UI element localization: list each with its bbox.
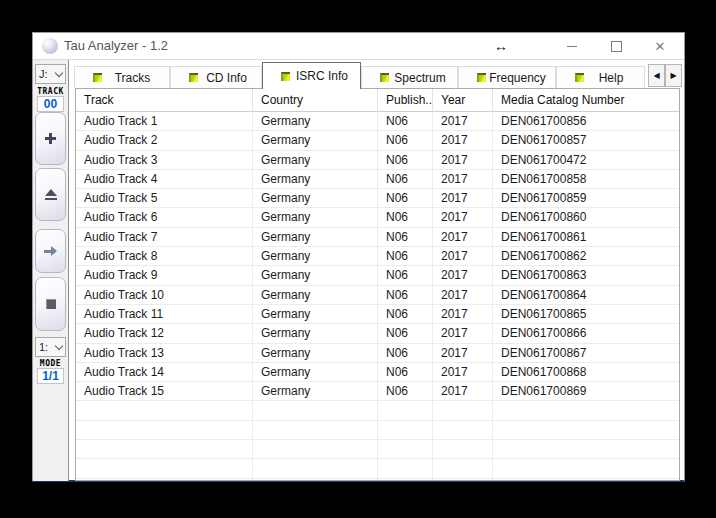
stop-button[interactable] [35,277,66,331]
table-cell-empty [253,421,378,440]
tab-cd-info[interactable]: CD Info [170,66,262,88]
table-row[interactable]: Audio Track 7GermanyN062017DEN061700861 [76,228,679,247]
table-cell: 2017 [433,208,493,227]
table-cell: N06 [378,305,433,324]
table-cell-empty [433,440,493,459]
column-header-year[interactable]: Year [433,89,493,112]
column-header-track[interactable]: Track [76,89,253,112]
tab-label: ISRC Info [290,69,360,83]
table-cell: N06 [378,151,433,170]
table-row[interactable]: Audio Track 3GermanyN062017DEN061700472 [76,151,679,170]
window-title: Tau Analyzer - 1.2 [64,33,168,59]
table-header-row: TrackCountryPublish...YearMedia Catalog … [76,89,679,112]
table-cell: N06 [378,228,433,247]
table-cell: 2017 [433,363,493,382]
tab-flag-icon [281,72,290,81]
table-row-empty [76,401,679,420]
table-row[interactable]: Audio Track 12GermanyN062017DEN061700866 [76,324,679,343]
mode-label: MODE [33,359,68,368]
column-header-publish-[interactable]: Publish... [378,89,433,112]
table-cell: 2017 [433,112,493,131]
close-button[interactable]: ✕ [638,33,682,59]
table-cell: 2017 [433,266,493,285]
table-cell-empty [433,421,493,440]
table-cell-empty [253,440,378,459]
table-cell-empty [493,459,679,478]
track-label: TRACK [33,87,68,96]
table-cell: DEN061700859 [493,189,679,208]
tab-help[interactable]: Help [556,66,645,88]
tab-isrc-info[interactable]: ISRC Info [262,62,361,89]
table-row[interactable]: Audio Track 4GermanyN062017DEN061700858 [76,170,679,189]
table-row[interactable]: Audio Track 9GermanyN062017DEN061700863 [76,266,679,285]
table-cell: DEN061700861 [493,228,679,247]
drive-select-combo[interactable]: J: [35,64,66,84]
table-cell: DEN061700868 [493,363,679,382]
eject-button[interactable] [35,168,66,221]
table-row[interactable]: Audio Track 14GermanyN062017DEN061700868 [76,363,679,382]
table-row[interactable]: Audio Track 5GermanyN062017DEN061700859 [76,189,679,208]
column-header-media-catalog-number[interactable]: Media Catalog Number [493,89,679,112]
tab-scroll-right-button[interactable]: ▶ [665,64,682,87]
table-cell: DEN061700864 [493,286,679,305]
table-cell: Audio Track 3 [76,151,253,170]
table-cell-empty [493,401,679,420]
table-cell: 2017 [433,286,493,305]
minimize-icon [567,46,577,47]
table-cell: DEN061700865 [493,305,679,324]
table-row[interactable]: Audio Track 8GermanyN062017DEN061700862 [76,247,679,266]
table-row-empty [76,479,679,481]
table-row[interactable]: Audio Track 10GermanyN062017DEN061700864 [76,286,679,305]
drive-select-value: J: [39,68,48,80]
mode-value: 1/1 [37,368,64,384]
table-cell: Audio Track 6 [76,208,253,227]
table-cell-empty [433,459,493,478]
table-cell: DEN061700472 [493,151,679,170]
table-row-empty [76,421,679,440]
maximize-button[interactable] [594,33,638,59]
table-cell: Audio Track 1 [76,112,253,131]
stop-icon [46,299,56,309]
tab-label: CD Info [198,71,261,85]
table-cell-empty [493,421,679,440]
tab-scroll-left-button[interactable]: ◀ [648,64,665,87]
next-track-button[interactable] [35,229,66,273]
plus-icon [44,132,57,145]
table-cell: 2017 [433,170,493,189]
tab-bar: TracksCD InfoISRC InfoSpectrumFrequencyH… [74,62,682,88]
chevron-down-icon [55,68,63,76]
table-cell: DEN061700867 [493,344,679,363]
table-row[interactable]: Audio Track 1GermanyN062017DEN061700856 [76,112,679,131]
table-cell: DEN061700856 [493,112,679,131]
tab-frequency[interactable]: Frequency [458,66,556,88]
table-cell: DEN061700866 [493,324,679,343]
table-cell-empty [378,401,433,420]
minimize-button[interactable] [550,33,594,59]
table-cell: N06 [378,131,433,150]
table-cell-empty [76,401,253,420]
table-row[interactable]: Audio Track 13GermanyN062017DEN061700867 [76,344,679,363]
tab-tracks[interactable]: Tracks [74,66,170,88]
table-cell-empty [76,440,253,459]
table-cell: Germany [253,305,378,324]
table-cell: Audio Track 5 [76,189,253,208]
tab-label: Spectrum [389,71,457,85]
tab-spectrum[interactable]: Spectrum [361,66,458,88]
table-cell: Germany [253,208,378,227]
add-button[interactable] [35,112,66,165]
table-cell-empty [378,479,433,481]
column-header-country[interactable]: Country [253,89,378,112]
table-row[interactable]: Audio Track 11GermanyN062017DEN061700865 [76,305,679,324]
table-cell: Audio Track 9 [76,266,253,285]
table-cell: 2017 [433,247,493,266]
table-cell: N06 [378,382,433,401]
table-row[interactable]: Audio Track 15GermanyN062017DEN061700869 [76,382,679,401]
table-cell-empty [253,459,378,478]
mode-select-combo[interactable]: 1: [35,337,66,357]
table-cell: Germany [253,170,378,189]
table-cell: Germany [253,131,378,150]
table-row[interactable]: Audio Track 6GermanyN062017DEN061700860 [76,208,679,227]
table-cell: 2017 [433,382,493,401]
table-row[interactable]: Audio Track 2GermanyN062017DEN061700857 [76,131,679,150]
tab-flag-icon [189,73,198,82]
